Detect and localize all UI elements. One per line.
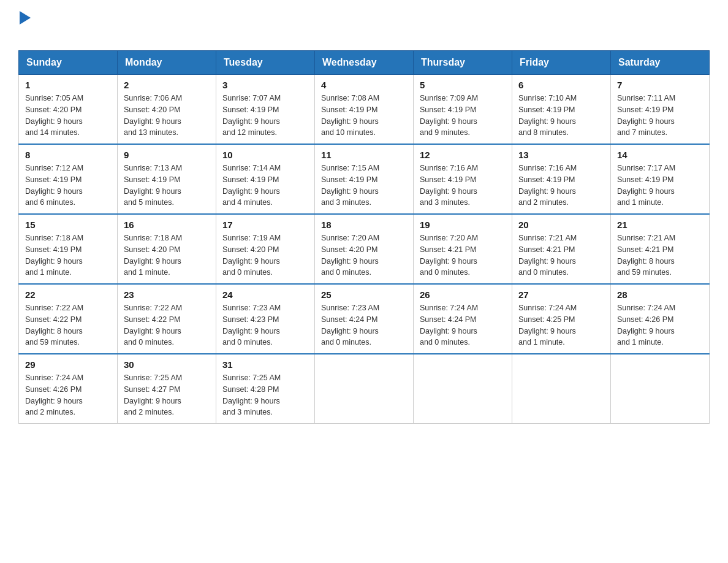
day-info: Sunrise: 7:24 AM Sunset: 4:25 PM Dayligh… — [518, 302, 604, 348]
table-row — [414, 354, 512, 424]
day-number: 2 — [124, 80, 210, 90]
calendar-week-row: 8 Sunrise: 7:12 AM Sunset: 4:19 PM Dayli… — [19, 144, 710, 214]
table-row — [611, 354, 710, 424]
calendar-header-row: Sunday Monday Tuesday Wednesday Thursday… — [19, 51, 710, 75]
day-info: Sunrise: 7:24 AM Sunset: 4:24 PM Dayligh… — [420, 302, 506, 348]
calendar-week-row: 29 Sunrise: 7:24 AM Sunset: 4:26 PM Dayl… — [19, 354, 710, 424]
table-row: 24 Sunrise: 7:23 AM Sunset: 4:23 PM Dayl… — [216, 284, 315, 354]
col-wednesday: Wednesday — [315, 51, 414, 75]
page-header — [18, 12, 710, 38]
day-number: 16 — [124, 220, 210, 230]
day-info: Sunrise: 7:21 AM Sunset: 4:21 PM Dayligh… — [617, 232, 703, 278]
day-number: 19 — [420, 220, 506, 230]
day-info: Sunrise: 7:20 AM Sunset: 4:21 PM Dayligh… — [420, 232, 506, 278]
day-number: 28 — [617, 289, 703, 300]
day-info: Sunrise: 7:22 AM Sunset: 4:22 PM Dayligh… — [124, 302, 210, 348]
day-info: Sunrise: 7:18 AM Sunset: 4:20 PM Dayligh… — [124, 232, 210, 278]
day-info: Sunrise: 7:10 AM Sunset: 4:19 PM Dayligh… — [518, 93, 604, 139]
day-number: 10 — [222, 150, 308, 160]
day-number: 9 — [124, 150, 210, 160]
table-row: 6 Sunrise: 7:10 AM Sunset: 4:19 PM Dayli… — [512, 75, 611, 145]
table-row: 29 Sunrise: 7:24 AM Sunset: 4:26 PM Dayl… — [19, 354, 118, 424]
day-number: 7 — [617, 80, 703, 90]
day-info: Sunrise: 7:21 AM Sunset: 4:21 PM Dayligh… — [518, 232, 604, 278]
day-number: 8 — [25, 150, 111, 160]
day-number: 3 — [222, 80, 308, 90]
table-row: 1 Sunrise: 7:05 AM Sunset: 4:20 PM Dayli… — [19, 75, 118, 145]
day-info: Sunrise: 7:09 AM Sunset: 4:19 PM Dayligh… — [420, 93, 506, 139]
day-info: Sunrise: 7:05 AM Sunset: 4:20 PM Dayligh… — [25, 93, 111, 139]
day-number: 22 — [25, 289, 111, 300]
day-info: Sunrise: 7:25 AM Sunset: 4:27 PM Dayligh… — [124, 372, 210, 418]
table-row: 19 Sunrise: 7:20 AM Sunset: 4:21 PM Dayl… — [414, 214, 512, 284]
table-row: 28 Sunrise: 7:24 AM Sunset: 4:26 PM Dayl… — [611, 284, 710, 354]
day-info: Sunrise: 7:13 AM Sunset: 4:19 PM Dayligh… — [124, 163, 210, 209]
table-row: 15 Sunrise: 7:18 AM Sunset: 4:19 PM Dayl… — [19, 214, 118, 284]
table-row: 13 Sunrise: 7:16 AM Sunset: 4:19 PM Dayl… — [512, 144, 611, 214]
day-info: Sunrise: 7:23 AM Sunset: 4:23 PM Dayligh… — [222, 302, 308, 348]
table-row: 2 Sunrise: 7:06 AM Sunset: 4:20 PM Dayli… — [118, 75, 216, 145]
day-info: Sunrise: 7:18 AM Sunset: 4:19 PM Dayligh… — [25, 232, 111, 278]
table-row: 11 Sunrise: 7:15 AM Sunset: 4:19 PM Dayl… — [315, 144, 414, 214]
table-row: 12 Sunrise: 7:16 AM Sunset: 4:19 PM Dayl… — [414, 144, 512, 214]
table-row: 26 Sunrise: 7:24 AM Sunset: 4:24 PM Dayl… — [414, 284, 512, 354]
table-row: 9 Sunrise: 7:13 AM Sunset: 4:19 PM Dayli… — [118, 144, 216, 214]
day-info: Sunrise: 7:17 AM Sunset: 4:19 PM Dayligh… — [617, 163, 703, 209]
day-number: 11 — [321, 150, 407, 160]
day-info: Sunrise: 7:06 AM Sunset: 4:20 PM Dayligh… — [124, 93, 210, 139]
col-monday: Monday — [118, 51, 216, 75]
day-info: Sunrise: 7:20 AM Sunset: 4:20 PM Dayligh… — [321, 232, 407, 278]
day-info: Sunrise: 7:11 AM Sunset: 4:19 PM Dayligh… — [617, 93, 703, 139]
day-info: Sunrise: 7:19 AM Sunset: 4:20 PM Dayligh… — [222, 232, 308, 278]
calendar-week-row: 22 Sunrise: 7:22 AM Sunset: 4:22 PM Dayl… — [19, 284, 710, 354]
day-number: 1 — [25, 80, 111, 90]
table-row: 18 Sunrise: 7:20 AM Sunset: 4:20 PM Dayl… — [315, 214, 414, 284]
day-number: 13 — [518, 150, 604, 160]
col-sunday: Sunday — [19, 51, 118, 75]
day-number: 20 — [518, 220, 604, 230]
day-info: Sunrise: 7:12 AM Sunset: 4:19 PM Dayligh… — [25, 163, 111, 209]
table-row: 8 Sunrise: 7:12 AM Sunset: 4:19 PM Dayli… — [19, 144, 118, 214]
day-number: 6 — [518, 80, 604, 90]
day-number: 15 — [25, 220, 111, 230]
calendar-week-row: 1 Sunrise: 7:05 AM Sunset: 4:20 PM Dayli… — [19, 75, 710, 145]
table-row: 21 Sunrise: 7:21 AM Sunset: 4:21 PM Dayl… — [611, 214, 710, 284]
table-row: 31 Sunrise: 7:25 AM Sunset: 4:28 PM Dayl… — [216, 354, 315, 424]
table-row: 10 Sunrise: 7:14 AM Sunset: 4:19 PM Dayl… — [216, 144, 315, 214]
calendar-table: Sunday Monday Tuesday Wednesday Thursday… — [18, 50, 710, 424]
table-row: 7 Sunrise: 7:11 AM Sunset: 4:19 PM Dayli… — [611, 75, 710, 145]
table-row: 17 Sunrise: 7:19 AM Sunset: 4:20 PM Dayl… — [216, 214, 315, 284]
day-number: 17 — [222, 220, 308, 230]
day-number: 26 — [420, 289, 506, 300]
day-info: Sunrise: 7:16 AM Sunset: 4:19 PM Dayligh… — [518, 163, 604, 209]
day-info: Sunrise: 7:14 AM Sunset: 4:19 PM Dayligh… — [222, 163, 308, 209]
day-info: Sunrise: 7:23 AM Sunset: 4:24 PM Dayligh… — [321, 302, 407, 348]
day-info: Sunrise: 7:08 AM Sunset: 4:19 PM Dayligh… — [321, 93, 407, 139]
day-number: 31 — [222, 359, 308, 370]
day-info: Sunrise: 7:24 AM Sunset: 4:26 PM Dayligh… — [617, 302, 703, 348]
col-tuesday: Tuesday — [216, 51, 315, 75]
table-row: 4 Sunrise: 7:08 AM Sunset: 4:19 PM Dayli… — [315, 75, 414, 145]
day-number: 25 — [321, 289, 407, 300]
day-number: 30 — [124, 359, 210, 370]
day-info: Sunrise: 7:24 AM Sunset: 4:26 PM Dayligh… — [25, 372, 111, 418]
day-number: 5 — [420, 80, 506, 90]
day-info: Sunrise: 7:22 AM Sunset: 4:22 PM Dayligh… — [25, 302, 111, 348]
table-row: 3 Sunrise: 7:07 AM Sunset: 4:19 PM Dayli… — [216, 75, 315, 145]
day-number: 23 — [124, 289, 210, 300]
day-number: 27 — [518, 289, 604, 300]
table-row: 27 Sunrise: 7:24 AM Sunset: 4:25 PM Dayl… — [512, 284, 611, 354]
col-friday: Friday — [512, 51, 611, 75]
table-row: 14 Sunrise: 7:17 AM Sunset: 4:19 PM Dayl… — [611, 144, 710, 214]
table-row: 22 Sunrise: 7:22 AM Sunset: 4:22 PM Dayl… — [19, 284, 118, 354]
table-row: 30 Sunrise: 7:25 AM Sunset: 4:27 PM Dayl… — [118, 354, 216, 424]
day-number: 18 — [321, 220, 407, 230]
table-row: 16 Sunrise: 7:18 AM Sunset: 4:20 PM Dayl… — [118, 214, 216, 284]
day-number: 12 — [420, 150, 506, 160]
day-info: Sunrise: 7:07 AM Sunset: 4:19 PM Dayligh… — [222, 93, 308, 139]
logo[interactable] — [18, 12, 33, 38]
day-number: 29 — [25, 359, 111, 370]
table-row: 20 Sunrise: 7:21 AM Sunset: 4:21 PM Dayl… — [512, 214, 611, 284]
table-row — [315, 354, 414, 424]
day-number: 24 — [222, 289, 308, 300]
